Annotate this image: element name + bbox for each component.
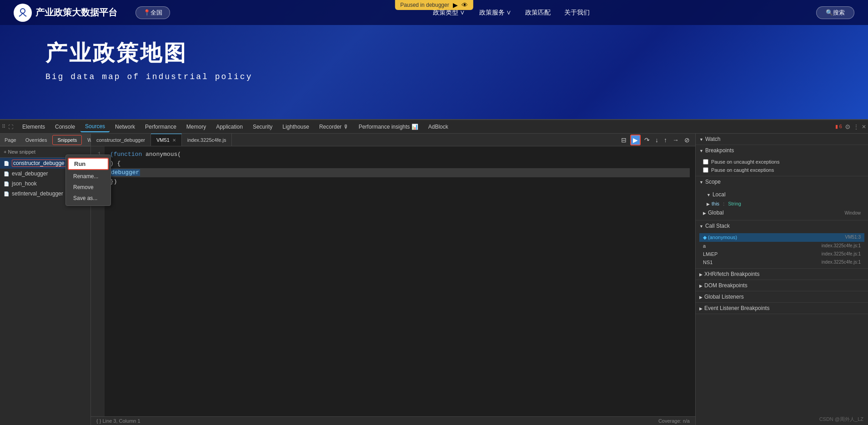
file-icon-constructor: 📄 <box>4 161 9 166</box>
global-arrow-icon <box>703 210 706 216</box>
local-label: Local <box>712 191 726 198</box>
local-header[interactable]: Local <box>699 189 864 200</box>
global-header[interactable]: Global Window <box>699 207 864 218</box>
xhr-arrow-icon <box>699 271 702 277</box>
step-into-btn[interactable]: ↓ <box>653 135 660 145</box>
nav-location[interactable]: 📍全国 <box>135 6 170 19</box>
close-devtools-icon[interactable]: ✕ <box>862 124 866 130</box>
search-button[interactable]: 🔍搜索 <box>816 6 854 19</box>
context-menu: Run Rename... Remove Save as... <box>65 155 111 206</box>
tab-console[interactable]: Console <box>50 122 80 132</box>
tab-application[interactable]: Application <box>211 122 247 132</box>
code-line-3: debugger <box>110 168 690 177</box>
snippet-name-json: json_hook <box>12 180 37 187</box>
debug-eye-btn[interactable]: 👁 <box>462 1 468 9</box>
tab-close-vm51[interactable]: ✕ <box>172 138 176 143</box>
pause-caught-row: Pause on caught exceptions <box>699 166 864 174</box>
callstack-arrow-icon <box>699 223 703 229</box>
step-btn[interactable]: → <box>671 135 681 145</box>
right-panel-scroll: Watch Breakpoints Pause on uncaught exce… <box>696 134 868 425</box>
nav-item-about[interactable]: 关于我们 <box>564 9 590 17</box>
tab-lighthouse[interactable]: Lighthouse <box>278 122 314 132</box>
event-listener-label: Event Listener Breakpoints <box>704 305 769 311</box>
code-content[interactable]: (function anonymous( ) { debugger }) <box>105 146 695 416</box>
cs-loc-ns1: index.3225c4fe.js:1 <box>822 260 861 265</box>
global-listeners-header[interactable]: Global Listeners <box>696 291 868 302</box>
pause-caught-checkbox[interactable] <box>703 167 708 173</box>
tab-elements[interactable]: Elements <box>18 122 50 132</box>
collapse-btn[interactable]: ⊟ <box>619 135 628 145</box>
xhr-header[interactable]: XHR/fetch Breakpoints <box>696 269 868 280</box>
tab-network[interactable]: Network <box>110 122 140 132</box>
debug-resume-btn[interactable]: ▶ <box>453 1 458 9</box>
tab-label-index: index.3225c4fe.js <box>187 137 226 143</box>
settings-icon[interactable]: ⚙ <box>845 123 851 130</box>
file-icon-setinterval: 📄 <box>4 191 9 196</box>
tab-memory[interactable]: Memory <box>182 122 211 132</box>
cs-name-lmiep: LMiEP <box>703 251 717 257</box>
breakpoints-section: Breakpoints Pause on uncaught exceptions… <box>696 145 868 176</box>
global-listeners-arrow-icon <box>699 294 702 300</box>
devtools-icon-2[interactable]: ⛶ <box>8 124 13 130</box>
dom-breakpoints-section: DOM Breakpoints <box>696 280 868 291</box>
callstack-row-a[interactable]: a index.3225c4fe.js:1 <box>699 242 864 250</box>
tab-page[interactable]: Page <box>0 135 21 145</box>
callstack-header[interactable]: Call Stack <box>696 220 868 231</box>
hero-section: 产业政策地图 Big data map of industrial policy <box>0 25 868 95</box>
context-menu-save-as[interactable]: Save as... <box>66 193 110 204</box>
code-line-1: (function anonymous( <box>110 150 690 159</box>
pause-uncaught-row: Pause on uncaught exceptions <box>699 158 864 166</box>
svg-point-0 <box>20 9 25 13</box>
cs-loc-a: index.3225c4fe.js:1 <box>822 243 861 249</box>
callstack-row-ns1[interactable]: NS1 index.3225c4fe.js:1 <box>699 258 864 266</box>
sources-sidebar: Page Overrides Snippets Workspace Conten… <box>0 134 91 425</box>
nav-item-policy-match[interactable]: 政策匹配 <box>525 9 551 17</box>
tab-perf-insights[interactable]: Performance insights 📊 <box>354 122 423 132</box>
deactivate-btn[interactable]: ⊘ <box>682 135 692 145</box>
tab-adblock[interactable]: AdBlock <box>424 122 453 132</box>
nav-item-policy-service[interactable]: 政策服务 ∨ <box>479 9 512 17</box>
resume-btn[interactable]: ▶ <box>630 135 641 145</box>
tab-security[interactable]: Security <box>248 122 277 132</box>
cs-name-a: a <box>703 243 706 249</box>
coverage-info: Coverage: n/a <box>658 418 690 424</box>
scope-this-key: this <box>712 201 719 206</box>
tab-overrides[interactable]: Overrides <box>21 135 52 145</box>
debug-banner: Paused in debugger ▶ 👁 <box>395 0 473 10</box>
cs-loc-anonymous: VM51:3 <box>845 235 861 240</box>
xhr-label: XHR/fetch Breakpoints <box>704 271 759 277</box>
watch-header[interactable]: Watch <box>696 134 868 145</box>
callstack-section: Call Stack ◆ (anonymous) VM51:3 a index.… <box>696 220 868 269</box>
pause-uncaught-checkbox[interactable] <box>703 159 708 165</box>
context-menu-remove[interactable]: Remove <box>66 182 110 193</box>
callstack-content: ◆ (anonymous) VM51:3 a index.3225c4fe.js… <box>696 231 868 268</box>
tab-performance[interactable]: Performance <box>140 122 181 132</box>
tab-snippets[interactable]: Snippets <box>52 135 82 145</box>
dom-label: DOM Breakpoints <box>704 282 748 289</box>
step-over-btn[interactable]: ↷ <box>642 135 652 145</box>
callstack-row-lmiep[interactable]: LMiEP index.3225c4fe.js:1 <box>699 250 864 258</box>
file-icon-eval: 📄 <box>4 171 9 176</box>
code-tab-index[interactable]: index.3225c4fe.js <box>182 134 232 146</box>
dom-header[interactable]: DOM Breakpoints <box>696 280 868 291</box>
devtools-icon-1[interactable]: ⠿ <box>2 124 5 130</box>
code-tab-constructor[interactable]: constructor_debugger <box>91 134 151 146</box>
scope-this-row: this : String <box>699 200 864 207</box>
step-out-btn[interactable]: ↑ <box>662 135 669 145</box>
logo-icon <box>14 4 32 22</box>
event-listener-header[interactable]: Event Listener Breakpoints <box>696 303 868 314</box>
dom-arrow-icon <box>699 282 702 289</box>
scope-content: Local this : String Global Window <box>696 187 868 220</box>
context-menu-run[interactable]: Run <box>68 158 109 170</box>
vertical-dots-icon[interactable]: ⋮ <box>853 124 859 130</box>
breakpoints-header[interactable]: Breakpoints <box>696 145 868 156</box>
callstack-row-anonymous[interactable]: ◆ (anonymous) VM51:3 <box>699 233 864 242</box>
scope-header[interactable]: Scope <box>696 176 868 187</box>
context-menu-rename[interactable]: Rename... <box>66 171 110 182</box>
event-listener-arrow-icon <box>699 305 702 311</box>
tab-recorder[interactable]: Recorder 🎙 <box>315 122 353 132</box>
code-editor[interactable]: 1 2 3 4 (function anonymous( ) { debugge… <box>91 146 695 416</box>
snippet-name-constructor: constructor_debugge <box>12 160 66 167</box>
tab-sources[interactable]: Sources <box>80 121 110 132</box>
code-tab-vm51[interactable]: VM51 ✕ <box>151 134 182 146</box>
